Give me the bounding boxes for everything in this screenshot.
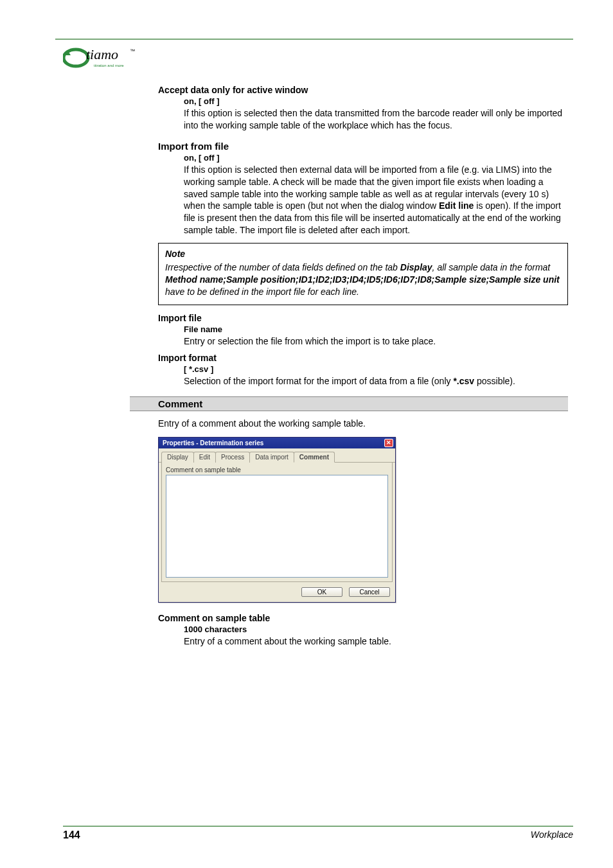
dialog-titlebar[interactable]: Properties - Determination series ✕ [159, 438, 395, 448]
import-from-file-heading: Import from file [158, 141, 568, 152]
import-format-sub: [ *.csv ] [184, 364, 568, 374]
note-title: Note [165, 249, 561, 259]
dialog-title: Properties - Determination series [163, 439, 263, 447]
comment-sub-title: Comment on sample table [158, 613, 568, 623]
accept-title: Accept data only for active window [158, 85, 568, 95]
main-content: Accept data only for active window on, [… [158, 85, 568, 648]
dialog-body-label: Comment on sample table [166, 466, 388, 474]
page-top-rule [55, 39, 573, 40]
comment-intro: Entry of a comment about the working sam… [158, 418, 568, 430]
dialog-buttons: OK Cancel [159, 587, 395, 602]
import-file-title: Import file [158, 313, 568, 323]
tab-process[interactable]: Process [215, 452, 250, 463]
note-box: Note Irrespective of the number of data … [158, 243, 568, 305]
comment-sub-val: 1000 characters [184, 624, 568, 634]
import-format-csv: *.csv [453, 376, 474, 386]
import-format-text-b: possible). [474, 376, 515, 386]
tab-data-import[interactable]: Data import [249, 452, 294, 463]
page-number: 144 [63, 829, 80, 841]
import-file-option: on, [ off ] [184, 153, 568, 163]
close-icon[interactable]: ✕ [384, 439, 393, 447]
note-body: Irrespective of the number of data field… [165, 261, 561, 298]
note-display-word: Display [400, 262, 432, 272]
properties-dialog: Properties - Determination series ✕ Disp… [158, 437, 396, 603]
dialog-tabs: Display Edit Process Data import Comment [159, 448, 395, 463]
tab-comment[interactable]: Comment [294, 452, 335, 463]
ok-button[interactable]: OK [301, 587, 342, 597]
svg-text:titration and more: titration and more [94, 64, 124, 67]
svg-text:™: ™ [130, 48, 135, 54]
import-file-sub: File name [184, 324, 568, 334]
edit-line-term: Edit line [439, 200, 474, 211]
import-file-desc: Entry or selection the file from which t… [184, 335, 568, 348]
logo: tiamo ™ titration and more [63, 44, 568, 72]
accept-text: If this option is selected then the data… [184, 107, 568, 132]
import-format-text-a: Selection of the import format for the i… [184, 376, 453, 386]
comment-textarea[interactable] [166, 475, 388, 578]
footer-right: Workplace [531, 829, 573, 841]
note-p1a: Irrespective of the number of data field… [165, 262, 400, 272]
import-file-text: If this option is selected then external… [184, 164, 568, 236]
dialog-body: Comment on sample table [161, 463, 393, 582]
note-method: Method name;Sample position;ID1;ID2;ID3;… [165, 274, 560, 285]
accept-option: on, [ off ] [184, 96, 568, 106]
tab-display[interactable]: Display [161, 452, 194, 463]
tab-edit[interactable]: Edit [193, 452, 216, 463]
cancel-button[interactable]: Cancel [349, 587, 390, 597]
import-format-title: Import format [158, 353, 568, 363]
comment-heading: Comment [130, 396, 568, 411]
note-p1b: , all sample data in the format [432, 262, 551, 272]
import-format-desc: Selection of the import format for the i… [184, 375, 568, 387]
comment-sub-text: Entry of a comment about the working sam… [184, 635, 568, 648]
page-footer: 144 Workplace [63, 826, 573, 841]
note-p1c: have to be defined in the import file fo… [165, 287, 359, 297]
svg-text:tiamo: tiamo [86, 46, 118, 62]
